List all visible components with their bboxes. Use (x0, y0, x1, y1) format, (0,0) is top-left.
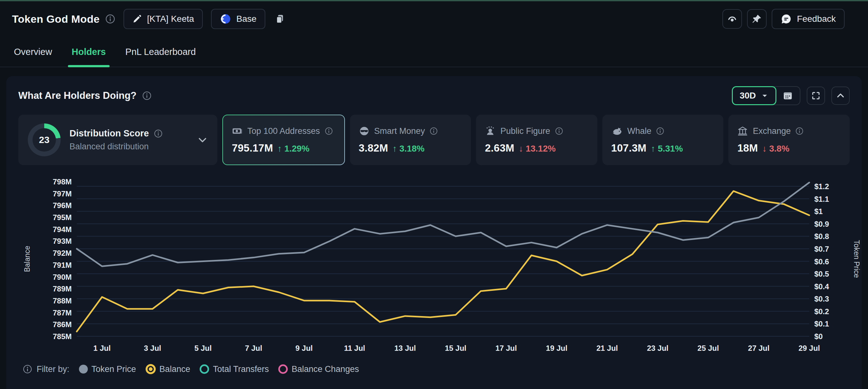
stat-info-icon[interactable] (656, 127, 664, 135)
pin-button[interactable] (747, 9, 767, 29)
left-axis-title: Balance (23, 246, 31, 272)
tab-overview[interactable]: Overview (12, 37, 53, 67)
left-axis-tick: 791M (53, 261, 72, 269)
left-axis-tick: 793M (53, 237, 72, 245)
app-header: Token God Mode [KTA] Keeta Base (0, 1, 868, 37)
stat-card-label: Top 100 Addresses (247, 126, 320, 136)
holders-chart[interactable]: $1.2$1.1$1$0.9$0.8$0.7$0.6$0.5$0.4$0.3$0… (18, 172, 850, 361)
copy-address-button[interactable] (274, 9, 286, 29)
distribution-score-gauge: 23 (28, 124, 61, 156)
right-axis-tick: $1 (814, 207, 823, 216)
stat-card-whale[interactable]: Whale107.3M↑ 5.31% (602, 115, 724, 165)
distribution-score-card[interactable]: 23 Distribution Score Balanced distribut… (18, 115, 217, 165)
date-range-value: 30D (740, 91, 756, 101)
exchange-icon (737, 126, 748, 136)
stat-card-change: ↓ 3.8% (762, 144, 789, 154)
pencil-icon (132, 14, 142, 24)
filter-option-label: Balance Changes (291, 364, 359, 374)
watchlist-eye-button[interactable] (722, 9, 742, 29)
filter-option-label: Total Transfers (213, 364, 269, 374)
filter-info-icon[interactable] (23, 364, 32, 374)
stat-card-change: ↑ 5.31% (651, 144, 683, 154)
left-axis-tick: 787M (53, 309, 72, 317)
stat-info-icon[interactable] (430, 127, 438, 135)
stat-card-exchange[interactable]: Exchange18M↓ 3.8% (728, 115, 850, 165)
left-axis-tick: 789M (53, 285, 72, 293)
date-range-dropdown[interactable]: 30D (732, 86, 776, 105)
chat-bubble-icon (780, 13, 792, 25)
caret-down-icon (761, 92, 769, 99)
filled-circle-marker (79, 365, 88, 374)
panel-header: What Are Holders Doing? 30D (18, 86, 850, 105)
distribution-info-icon[interactable] (154, 129, 163, 138)
right-axis-tick: $0.5 (814, 270, 829, 278)
stat-card-label: Smart Money (374, 126, 425, 136)
ring-marker (199, 364, 209, 374)
stat-card-smart-money[interactable]: Smart Money3.82M↑ 3.18% (350, 115, 471, 165)
chart-canvas[interactable]: $1.2$1.1$1$0.9$0.8$0.7$0.6$0.5$0.4$0.3$0… (18, 172, 862, 361)
right-axis-tick: $0.4 (814, 282, 829, 291)
filter-by-label: Filter by: (37, 364, 69, 374)
stat-card-value: 795.17M (232, 142, 273, 154)
left-axis-tick: 795M (53, 213, 72, 222)
stat-card-value: 18M (737, 142, 758, 154)
filter-option-total-transfers[interactable]: Total Transfers (199, 364, 269, 374)
filter-option-balance-changes[interactable]: Balance Changes (278, 364, 359, 374)
fullscreen-button[interactable] (807, 87, 825, 105)
x-axis-tick: 3 Jul (144, 344, 161, 352)
token-select-button[interactable]: [KTA] Keeta (124, 9, 203, 29)
chevron-down-icon[interactable] (197, 134, 208, 145)
banknote-icon (232, 126, 243, 136)
x-axis-tick: 21 Jul (596, 344, 618, 352)
distribution-score-value: 23 (33, 128, 56, 152)
holders-activity-panel: What Are Holders Doing? 30D (6, 76, 862, 389)
feedback-button[interactable]: Feedback (772, 9, 845, 29)
pin-icon (751, 13, 762, 24)
left-axis-tick: 792M (53, 249, 72, 257)
filter-option-label: Token Price (92, 364, 136, 374)
x-axis-tick: 19 Jul (546, 344, 567, 352)
collapse-panel-button[interactable] (831, 87, 850, 105)
tab-pnl-leaderboard[interactable]: PnL Leaderboard (124, 37, 197, 67)
x-axis-tick: 29 Jul (799, 344, 820, 352)
stat-card-top-100-addresses[interactable]: Top 100 Addresses795.17M↑ 1.29% (222, 115, 345, 165)
stat-card-change: ↑ 3.18% (393, 144, 425, 154)
chain-select-button[interactable]: Base (211, 9, 265, 29)
x-axis-tick: 11 Jul (344, 344, 365, 352)
smart-money-icon (359, 126, 370, 136)
panel-title-text: What Are Holders Doing? (18, 90, 136, 101)
x-axis-tick: 25 Jul (698, 344, 719, 352)
left-axis-tick: 798M (53, 177, 72, 186)
panel-info-icon[interactable] (142, 91, 152, 100)
left-axis-tick: 797M (53, 189, 72, 198)
right-axis-tick: $0.8 (814, 232, 829, 240)
stat-info-icon[interactable] (555, 127, 563, 135)
x-axis-tick: 23 Jul (647, 344, 669, 352)
tab-holders[interactable]: Holders (70, 37, 107, 67)
title-info-icon[interactable] (105, 14, 115, 24)
stat-info-icon[interactable] (325, 127, 333, 135)
series-line-token-price (77, 183, 809, 266)
public-figure-icon (485, 126, 496, 136)
left-axis-tick: 785M (53, 332, 72, 341)
x-axis-tick: 13 Jul (395, 344, 416, 352)
stat-card-label: Exchange (753, 126, 790, 136)
calendar-button[interactable] (773, 86, 800, 105)
eye-arc-icon (727, 13, 738, 24)
x-axis-tick: 7 Jul (245, 344, 262, 352)
token-select-label: [KTA] Keeta (147, 14, 194, 24)
distribution-score-subtitle: Balanced distribution (69, 142, 163, 152)
stat-card-value: 107.3M (611, 142, 647, 154)
filter-row: Filter by: Token PriceBalanceTotal Trans… (18, 364, 850, 374)
stat-card-public-figure[interactable]: Public Figure2.63M↓ 13.12% (476, 115, 597, 165)
selected-radio-marker (146, 364, 156, 374)
right-axis-tick: $1.2 (814, 182, 829, 191)
stat-info-icon[interactable] (795, 127, 804, 135)
filter-option-balance[interactable]: Balance (146, 364, 190, 374)
chain-select-label: Base (236, 14, 256, 24)
right-axis-tick: $0.6 (814, 257, 829, 266)
stat-card-label: Public Figure (500, 126, 550, 136)
left-axis-tick: 786M (53, 320, 72, 329)
filter-option-token-price[interactable]: Token Price (79, 364, 136, 374)
feedback-label: Feedback (797, 14, 836, 24)
